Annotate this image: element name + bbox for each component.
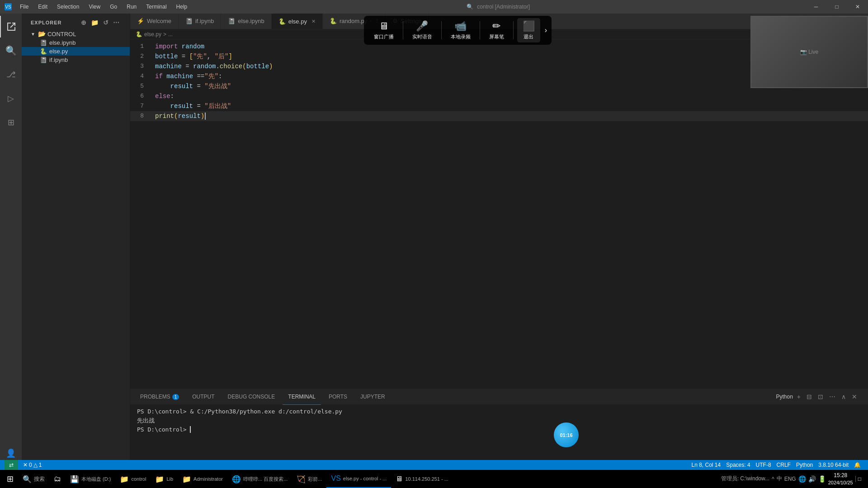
tray-caret-icon[interactable]: ^: [772, 476, 774, 482]
line-ending-status[interactable]: CRLF: [774, 462, 793, 468]
panel-tab-problems[interactable]: PROBLEMS 1: [135, 389, 184, 405]
search-taskbar[interactable]: 🔍 搜索: [18, 470, 49, 488]
terminal-list-icon[interactable]: ⊡: [816, 392, 825, 401]
tray-datetime[interactable]: 15:28 2024/10/25: [828, 472, 853, 486]
terminal-cmd: PS D:\control> & C:/Python38/python.exe …: [137, 408, 342, 415]
taskbar-lib[interactable]: 📁 Lib: [151, 470, 178, 488]
source-control-activity-icon[interactable]: ⎇: [0, 64, 22, 85]
split-terminal-icon[interactable]: ⊟: [805, 392, 814, 401]
screen-pen-button[interactable]: ✏ 屏幕笔: [484, 18, 509, 42]
bell-icon: 🔔: [854, 462, 861, 468]
file-if-ipynb[interactable]: 📓 if.ipynb: [22, 56, 130, 64]
taskbar-browser[interactable]: 🌐 哔哩哔... 百度搜索...: [227, 470, 292, 488]
tab-welcome[interactable]: ⚡ Welcome: [130, 14, 179, 29]
titlebar-left: VS: [0, 3, 16, 10]
taskbar-vscode[interactable]: VS else.py - control - ...: [326, 470, 391, 488]
remote-taskbar-label: 10.114.250.251 - ...: [405, 476, 448, 482]
errors-status[interactable]: ✕ 0 △ 1: [20, 462, 44, 468]
menu-view[interactable]: View: [85, 0, 104, 14]
python-version-text: 3.8.10 64-bit: [818, 462, 849, 468]
folder-icon: 📂: [38, 30, 46, 38]
search-activity-icon[interactable]: 🔍: [0, 40, 22, 61]
line-content: if machine =="先":: [153, 71, 222, 81]
tray-show-desktop[interactable]: □: [855, 476, 861, 482]
tab-else-ipynb[interactable]: 📓 else.ipynb: [221, 14, 272, 29]
panel-tabs: PROBLEMS 1 OUTPUT DEBUG CONSOLE TERMINAL…: [130, 389, 868, 405]
language-status[interactable]: Python: [793, 462, 816, 468]
tray-input-icon[interactable]: ENG: [784, 476, 796, 482]
browser-icon: 🌐: [232, 475, 241, 483]
sidebar: EXPLORER ⊕ 📁 ↺ ⋯ ▼ 📂 CONTROL 📓 else.ipyn…: [22, 14, 130, 488]
taskbar-arrow[interactable]: 🏹 彩箭...: [292, 470, 326, 488]
menu-edit[interactable]: Edit: [34, 0, 51, 14]
tray-battery-icon[interactable]: 🔋: [818, 475, 826, 483]
tab-jupyter-label: JUPYTER: [360, 394, 385, 400]
file-else-py[interactable]: 🐍 else.py: [22, 47, 130, 56]
refresh-icon[interactable]: ↺: [102, 18, 110, 27]
menu-help[interactable]: Help: [173, 0, 191, 14]
maximize-button[interactable]: □: [826, 0, 847, 14]
position-text: Ln 8, Col 14: [691, 462, 721, 468]
encoding-status[interactable]: UTF-8: [753, 462, 774, 468]
tab-close-icon[interactable]: ✕: [311, 19, 316, 24]
panel-tab-debug-console[interactable]: DEBUG CONSOLE: [222, 389, 281, 405]
panel-tab-jupyter[interactable]: JUPYTER: [355, 389, 391, 405]
taskbar-admin-folder[interactable]: 📁 Administrator: [178, 470, 227, 488]
panel-tab-ports[interactable]: PORTS: [323, 389, 353, 405]
remote-icon: ⇄: [9, 462, 14, 468]
menu-run[interactable]: Run: [123, 0, 140, 14]
status-right: Ln 8, Col 14 Spaces: 4 UTF-8 CRLF Python…: [689, 462, 863, 468]
terminal-prompt: PS D:\control>: [137, 426, 194, 433]
taskbar-control-folder[interactable]: 📁 control: [115, 470, 151, 488]
panel-tab-terminal[interactable]: TERMINAL: [283, 389, 321, 405]
menu-selection[interactable]: Selection: [53, 0, 83, 14]
breadcrumb-file[interactable]: else.py: [144, 31, 161, 38]
new-folder-icon[interactable]: 📁: [90, 18, 100, 27]
taskbar-remote[interactable]: 🖥 10.114.250.251 - ...: [391, 470, 453, 488]
blue-circle-avatar[interactable]: 01:16: [554, 422, 579, 447]
close-panel-icon[interactable]: ✕: [850, 392, 859, 401]
local-record-button[interactable]: 📹 本地录频: [445, 18, 476, 42]
task-view-button[interactable]: 🗂: [49, 470, 66, 488]
tray-network-icon[interactable]: 🌐: [798, 475, 806, 483]
tray-volume-icon[interactable]: 🔊: [808, 475, 816, 483]
notification-icon[interactable]: 🔔: [851, 462, 863, 468]
overlay-toolbar: 🖥 窗口广播 🎤 实时语音 📹 本地录频 ✏ 屏幕笔 ⬛ 退出 ›: [364, 16, 552, 45]
menu-go[interactable]: Go: [106, 0, 121, 14]
close-button[interactable]: ✕: [847, 0, 868, 14]
line-number: 5: [130, 81, 153, 91]
toolbar-divider-3: [480, 21, 480, 39]
window-broadcast-button[interactable]: 🖥 窗口广播: [368, 18, 399, 42]
tray-lang[interactable]: 中: [777, 475, 782, 483]
minimize-button[interactable]: ─: [806, 0, 826, 14]
extensions-activity-icon[interactable]: ⊞: [0, 112, 22, 133]
panel-tab-output[interactable]: OUTPUT: [187, 389, 220, 405]
folder-control[interactable]: ▼ 📂 CONTROL: [22, 29, 130, 38]
file-else-ipynb[interactable]: 📓 else.ipynb: [22, 38, 130, 47]
exit-button[interactable]: ⬛ 退出: [517, 18, 540, 42]
menu-terminal[interactable]: Terminal: [142, 0, 170, 14]
breadcrumb-symbol[interactable]: ...: [168, 31, 173, 38]
tab-else-py[interactable]: 🐍 else.py ✕: [272, 14, 323, 29]
tray-window-icon[interactable]: 管理员: C:\window...: [721, 475, 769, 483]
realtime-voice-button[interactable]: 🎤 实时语音: [407, 18, 438, 42]
more-options-icon[interactable]: ⋯: [827, 392, 837, 401]
spaces-status[interactable]: Spaces: 4: [723, 462, 753, 468]
new-terminal-icon[interactable]: +: [795, 392, 802, 401]
new-file-icon[interactable]: ⊕: [80, 18, 88, 27]
code-editor[interactable]: 1 import random 2 bottle = ["先", "后"] 3 …: [130, 39, 868, 389]
remote-status[interactable]: ⇄: [5, 460, 18, 470]
menu-file[interactable]: File: [16, 0, 32, 14]
collapse-icon[interactable]: ⋯: [112, 18, 121, 27]
code-line-6: 6 else:: [130, 91, 868, 101]
cursor-position[interactable]: Ln 8, Col 14: [689, 462, 723, 468]
tray-time-text: 15:28: [828, 472, 853, 479]
python-version-status[interactable]: 3.8.10 64-bit: [816, 462, 851, 468]
tab-if-ipynb[interactable]: 📓 if.ipynb: [179, 14, 221, 29]
taskbar-disk[interactable]: 💾 本地磁盘 (D:): [66, 470, 115, 488]
start-button[interactable]: ⊞: [2, 470, 18, 488]
explorer-activity-icon[interactable]: [0, 16, 22, 38]
toolbar-minimize-icon[interactable]: ›: [545, 26, 547, 34]
debug-activity-icon[interactable]: ▷: [0, 88, 22, 109]
minimize-panel-icon[interactable]: ∧: [840, 392, 848, 401]
